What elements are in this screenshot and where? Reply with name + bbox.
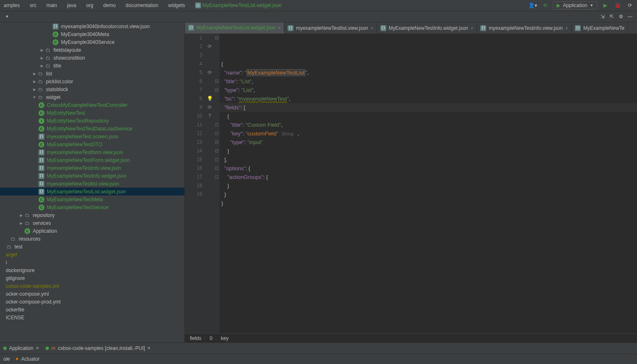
tree-label: ICENSE	[6, 315, 24, 321]
code-line[interactable]: ],	[221, 155, 637, 164]
code-line[interactable]: "name": "MyExampleNewTestList",	[221, 68, 637, 77]
hide-icon[interactable]: —	[625, 12, 635, 21]
project-dropdown-icon[interactable]: ▼	[2, 12, 12, 21]
structure-crumb[interactable]: fields	[190, 335, 201, 341]
run-tab[interactable]: m cxbox-code-samples [clean,install,-PUI…	[42, 345, 154, 351]
editor-tab[interactable]: {}myexampleNewTestlist.view.json×	[284, 22, 377, 34]
code-area[interactable]: { "name": "MyExampleNewTestList", "title…	[220, 34, 637, 333]
editor-tab[interactable]: {}MyExampleNewTe	[572, 22, 628, 34]
tree-item[interactable]: ▶🗀repository	[0, 211, 184, 219]
tree-item[interactable]: 🗀test	[0, 243, 184, 251]
settings-icon[interactable]: ⚙	[616, 12, 625, 21]
collapse-all-icon[interactable]: ⇱	[607, 12, 616, 21]
editor-tab[interactable]: {}MyExampleNewTestList.widget.json×	[185, 22, 284, 34]
code-line[interactable]: }	[221, 190, 637, 199]
tree-item[interactable]: CMyExample3040Service	[0, 38, 184, 46]
actuator-button[interactable]: ✦ Actuator	[15, 356, 40, 362]
close-icon[interactable]: ×	[371, 26, 373, 31]
breadcrumb-item[interactable]: demo	[102, 2, 117, 9]
editor-tab[interactable]: {}myexampleNewTestinfo.view.json×	[477, 22, 572, 34]
structure-crumb[interactable]: key	[221, 335, 229, 341]
run-tab[interactable]: Application ×	[0, 345, 42, 351]
tree-item[interactable]: ▶🗀services	[0, 219, 184, 227]
build-icon[interactable]: ⟲	[540, 1, 550, 10]
console-button[interactable]: ole	[3, 356, 10, 362]
debug-icon[interactable]: 🐞	[613, 1, 622, 10]
tree-item[interactable]: CApplication	[0, 227, 184, 235]
code-line[interactable]: }	[221, 147, 637, 155]
breadcrumb-item[interactable]: java	[66, 2, 78, 9]
tree-item[interactable]: ▼🗀widget	[0, 93, 184, 101]
breadcrumb-item[interactable]: org	[85, 2, 94, 9]
editor-content[interactable]: 12345678910111213141516171819 ⟳⟳💡⟳? ⊟⊟⊟⊡…	[185, 34, 637, 333]
tree-item[interactable]: dockerignore	[0, 266, 184, 274]
code-line[interactable]: }	[221, 181, 637, 190]
tree-item[interactable]: ▶🗀title	[0, 62, 184, 70]
tree-item[interactable]: {}MyExampleNewTestInfo.widget.json	[0, 172, 184, 180]
tree-item[interactable]: {}MyExampleNewTestList.widget.json	[0, 188, 184, 195]
tree-item[interactable]: ocker-compose.yml	[0, 290, 184, 298]
code-line[interactable]	[221, 207, 637, 216]
tree-item[interactable]: CCxboxMyExampleNewTestController	[0, 101, 184, 109]
close-icon[interactable]: ×	[471, 26, 473, 31]
tree-item[interactable]: {}myexampleNewTestform.view.json	[0, 148, 184, 156]
tree-item[interactable]: ockerfile	[0, 306, 184, 313]
run-config-dropdown[interactable]: ▶ Application ▼	[553, 1, 597, 10]
breadcrumb-item[interactable]: main	[45, 2, 58, 9]
tree-item[interactable]: CMyEntityNewTest	[0, 109, 184, 117]
code-line[interactable]: "options": {	[221, 164, 637, 173]
tree-item[interactable]: arget	[0, 251, 184, 258]
close-icon[interactable]: ×	[278, 25, 281, 30]
code-line[interactable]: {	[221, 60, 637, 68]
tree-item[interactable]: CMyEntityNewTestTestDataLoadService	[0, 125, 184, 133]
tree-item[interactable]: gitignore	[0, 274, 184, 282]
breadcrumb-item[interactable]: widgets	[167, 2, 186, 9]
tree-item[interactable]: {}myexampleNewTestlist.view.json	[0, 180, 184, 188]
breadcrumb-item[interactable]: documentation	[124, 2, 160, 9]
tree-item[interactable]: ▶🗀list	[0, 70, 184, 77]
expand-all-icon[interactable]: ⇲	[598, 12, 607, 21]
code-line[interactable]: "type": "List",	[221, 86, 637, 94]
tree-item[interactable]: {}myexample3040infocolorconst.view.json	[0, 22, 184, 30]
code-line[interactable]: "title": "List",	[221, 77, 637, 86]
code-line[interactable]: "fields": [	[221, 103, 637, 112]
code-line[interactable]: {	[221, 112, 637, 121]
close-icon[interactable]: ×	[565, 26, 568, 31]
code-line[interactable]	[221, 216, 637, 225]
tree-item[interactable]: cxbox-code-samples.iml	[0, 282, 184, 290]
tree-item[interactable]: CMyExample3040Meta	[0, 30, 184, 38]
code-line[interactable]: "type": "input"	[221, 138, 637, 147]
structure-crumb[interactable]: 0	[210, 335, 213, 341]
code-line[interactable]: "bc": "myexampleNewTest",	[221, 94, 637, 103]
breadcrumb-active[interactable]: {} MyExampleNewTestList.widget.json	[194, 2, 283, 9]
run-icon[interactable]: ▶	[601, 1, 610, 10]
tree-item[interactable]: ocker-compose-prod.yml	[0, 298, 184, 306]
breadcrumb-item[interactable]: amples	[2, 2, 21, 9]
tree-item[interactable]: i	[0, 258, 184, 266]
project-tree[interactable]: {}myexample3040infocolorconst.view.jsonC…	[0, 22, 185, 342]
tree-item[interactable]: ICENSE	[0, 313, 184, 321]
tree-item[interactable]: CMyExampleNewTestMeta	[0, 195, 184, 203]
tree-item[interactable]: CMyExampleNewTestService	[0, 203, 184, 211]
tree-item[interactable]: ▶🗀statsblock	[0, 85, 184, 93]
tree-item[interactable]: 🗀resources	[0, 235, 184, 243]
close-icon[interactable]: ×	[36, 345, 39, 351]
tree-item[interactable]: CMyExampleNewTestDTO	[0, 140, 184, 148]
code-line[interactable]: "title": "Custom Field",	[221, 121, 637, 129]
structure-breadcrumb[interactable]: fields〉0〉key	[185, 333, 637, 342]
tree-item[interactable]: {}MyExampleNewTestForm.widget.json	[0, 156, 184, 164]
more-icon[interactable]: ⟳	[625, 1, 635, 10]
tree-item[interactable]: {}myexampleNewTestinfo.view.json	[0, 164, 184, 172]
tree-item[interactable]: ▶🗀fieldslayoute	[0, 46, 184, 54]
code-line[interactable]: "key": "customField" String: ,	[221, 129, 637, 138]
editor-tab[interactable]: {}MyExampleNewTestInfo.widget.json×	[377, 22, 477, 34]
tree-item[interactable]: ▶🗀picklist.color	[0, 77, 184, 85]
tree-item[interactable]: {}myexampleNewTest.screen.json	[0, 133, 184, 140]
breadcrumb-item[interactable]: src	[29, 2, 38, 9]
tree-item[interactable]: ▶🗀showcondition	[0, 54, 184, 62]
user-icon[interactable]: 👤▾	[528, 1, 537, 10]
close-icon[interactable]: ×	[148, 345, 150, 351]
code-line[interactable]: }	[221, 199, 637, 207]
tree-item[interactable]: IMyEntityNewTestRepository	[0, 117, 184, 125]
code-line[interactable]: "actionGroups": {	[221, 173, 637, 181]
